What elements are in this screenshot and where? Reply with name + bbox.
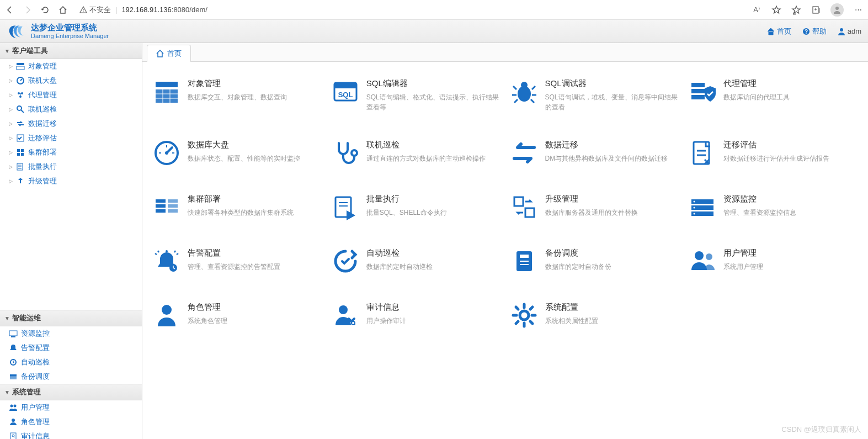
sidebar-item[interactable]: ▷联机大盘 [0,73,142,88]
feature-card[interactable]: 备份调度 数据库的定时自动备份 [511,248,679,274]
feature-card[interactable]: 系统配置 系统相关属性配置 [511,302,679,329]
home-button[interactable] [57,4,68,15]
card-desc: 用户操作审计 [366,316,500,326]
favorite-icon[interactable] [771,4,782,15]
sidebar-group-header[interactable]: ▼客户端工具 [0,43,142,59]
batch-run-icon [332,194,359,220]
sidebar-item-label: 联机大盘 [28,76,57,86]
svg-rect-25 [21,149,24,152]
card-title: 联机巡检 [366,140,500,150]
sidebar-item[interactable]: 用户管理 [0,400,142,415]
card-title: 代理管理 [723,78,857,89]
feature-card[interactable]: 审计信息 用户操作审计 [332,302,500,329]
sidebar-item[interactable]: ▷迁移评估 [0,131,142,145]
logo-title-cn: 达梦企业管理系统 [31,23,109,33]
triangle-right-icon: ▷ [9,121,13,126]
nav-help[interactable]: ? 帮助 [802,27,827,36]
card-desc: 系统相关属性配置 [545,316,679,326]
read-aloud-icon[interactable]: A⁾ [751,4,762,15]
feature-card[interactable]: 资源监控 管理、查看资源监控信息 [689,194,857,220]
feature-card[interactable]: 批量执行 批量SQL、SHELL命令执行 [332,194,500,220]
svg-rect-13 [17,66,24,70]
nav-user[interactable]: adm [838,27,861,35]
tab-home[interactable]: 首页 [147,45,191,62]
sidebar-item[interactable]: 备份调度 [0,369,142,384]
svg-point-88 [694,207,695,209]
security-indicator: 不安全 [79,5,111,15]
sidebar-item[interactable]: 审计信息 [0,429,142,439]
card-desc: 数据库服务器及通用的文件替换 [545,208,679,218]
sidebar-group-header[interactable]: ▼系统管理 [0,384,142,400]
svg-point-69 [352,150,357,156]
sidebar-item[interactable]: ▷对象管理 [0,59,142,73]
card-desc: 管理、查看资源监控信息 [723,208,857,218]
content: 对象管理 数据库交互、对象管理、数据查询 SQL SQL编辑器 SQL语句编辑、… [142,62,868,439]
sidebar-item[interactable]: 告警配置 [0,341,142,355]
feature-card[interactable]: 联机巡检 通过直连的方式对数据库的主动巡检操作 [332,140,500,166]
sidebar-item-label: 联机巡检 [28,104,57,114]
sidebar-group-header[interactable]: ▼智能运维 [0,310,142,326]
card-title: 审计信息 [366,302,500,313]
svg-point-0 [83,11,83,12]
triangle-down-icon: ▼ [4,389,10,395]
feature-card[interactable]: 迁移评估 对数据迁移进行评估并生成评估报告 [689,140,857,166]
svg-rect-62 [691,89,705,93]
collections-icon[interactable] [811,4,822,15]
svg-rect-73 [156,199,166,203]
feature-card[interactable]: 升级管理 数据库服务器及通用的文件替换 [511,194,679,220]
feature-card[interactable]: 数据迁移 DM与其他异构数据库及文件间的数据迁移 [511,140,679,166]
feature-card[interactable]: SQL调试器 SQL语句调试，堆栈、变量、消息等中间结果的查看 [511,78,679,112]
backup-big-icon [511,248,537,274]
svg-rect-45 [156,89,178,103]
feature-card[interactable]: 集群部署 快速部署各种类型的数据库集群系统 [153,194,321,220]
svg-point-97 [706,253,712,260]
profile-avatar[interactable] [830,3,844,17]
sidebar-item[interactable]: ▷联机巡检 [0,102,142,117]
card-title: 批量执行 [366,194,500,204]
card-title: 数据库大盘 [188,140,321,150]
card-desc: 通过直连的方式对数据库的主动巡检操作 [366,154,500,163]
triangle-right-icon: ▷ [9,107,13,112]
home-icon [767,28,775,35]
feature-card[interactable]: 对象管理 数据库交互、对象管理、数据查询 [153,78,321,112]
sidebar-item-label: 自动巡检 [21,357,50,367]
feature-card[interactable]: 自动巡检 数据库的定时自动巡检 [332,248,500,274]
app-header: 达梦企业管理系统 Dameng Enterprise Manager 首页 ? … [0,20,868,43]
sidebar-item[interactable]: ▷代理管理 [0,88,142,102]
triangle-right-icon: ▷ [9,164,13,170]
feature-card[interactable]: 告警配置 管理、查看资源监控的告警配置 [153,248,321,274]
refresh-button[interactable] [40,4,51,15]
logo[interactable]: 达梦企业管理系统 Dameng Enterprise Manager [7,22,109,41]
back-button[interactable] [4,4,15,15]
sidebar-item[interactable]: ▷集群部署 [0,145,142,160]
gauge-icon [153,140,180,166]
svg-rect-35 [10,374,17,377]
sidebar-item-label: 批量执行 [28,162,57,172]
svg-text:?: ? [805,29,808,35]
card-title: SQL编辑器 [366,78,500,89]
feature-card[interactable]: 数据库大盘 数据库状态、配置、性能等的实时监控 [153,140,321,166]
nav-home[interactable]: 首页 [767,27,791,36]
address-bar[interactable]: 不安全 | 192.168.91.136:8080/dem/ [75,5,744,15]
feature-card[interactable]: 代理管理 数据库访问的代理工具 [689,78,857,112]
svg-point-37 [10,405,13,408]
card-title: 系统配置 [545,302,679,313]
triangle-down-icon: ▼ [4,48,10,54]
sidebar-item[interactable]: 角色管理 [0,415,142,429]
sidebar-item[interactable]: 自动巡检 [0,355,142,369]
svg-rect-83 [525,208,534,217]
feature-card[interactable]: 角色管理 系统角色管理 [153,302,321,329]
favorites-list-icon[interactable] [791,4,802,15]
svg-point-101 [520,311,529,320]
sidebar-item[interactable]: ▷升级管理 [0,174,142,188]
more-icon[interactable]: ⋯ [853,4,864,15]
feature-card[interactable]: 用户管理 系统用户管理 [689,248,857,274]
sidebar-item[interactable]: ▷批量执行 [0,160,142,174]
sidebar-item[interactable]: 资源监控 [0,326,142,341]
forward-button[interactable] [22,4,33,15]
svg-point-87 [694,201,695,203]
sidebar-item[interactable]: ▷数据迁移 [0,117,142,131]
svg-point-38 [14,405,17,408]
feature-card[interactable]: SQL SQL编辑器 SQL语句编辑、格式化、语法提示、执行结果查看等 [332,78,500,112]
triangle-right-icon: ▷ [9,78,13,83]
